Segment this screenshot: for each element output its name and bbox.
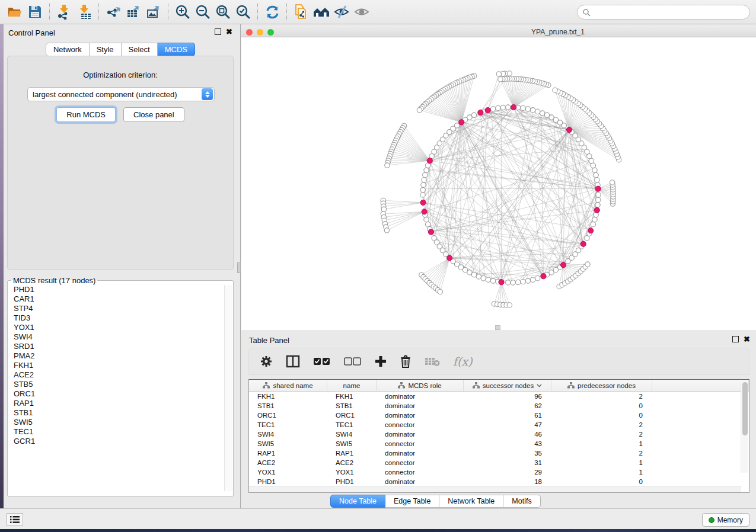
table-cell: connector: [377, 439, 464, 448]
tab-network-table[interactable]: Network Table: [439, 495, 503, 508]
show-graphics-details-button[interactable]: [311, 2, 331, 21]
table-cell: ACE2: [249, 458, 327, 467]
table-row[interactable]: ORC1ORC1dominator610: [249, 411, 749, 420]
export-table-button[interactable]: [123, 2, 143, 21]
add-column-button[interactable]: [375, 355, 387, 367]
table-row[interactable]: RAP1RAP1dominator352: [249, 448, 749, 458]
splitter-handle[interactable]: [237, 262, 241, 273]
tab-edge-table[interactable]: Edge Table: [385, 495, 439, 508]
list-item[interactable]: STB1: [8, 408, 222, 418]
export-image-button[interactable]: [143, 2, 164, 21]
table-row[interactable]: YOX1YOX1connector291: [249, 467, 749, 477]
export-network-icon: [106, 4, 121, 20]
tab-network[interactable]: Network: [46, 43, 90, 56]
deselect-all-button[interactable]: [344, 357, 362, 366]
list-item[interactable]: GCR1: [8, 437, 222, 446]
search-field[interactable]: [577, 5, 750, 20]
tab-node-table[interactable]: Node Table: [330, 495, 385, 508]
tab-select[interactable]: Select: [122, 43, 158, 56]
zoom-fit-button[interactable]: [213, 2, 233, 21]
list-item[interactable]: SWI4: [8, 332, 222, 342]
table-cell: PHD1: [249, 477, 327, 485]
import-table-button[interactable]: [74, 2, 94, 21]
list-item[interactable]: TEC1: [8, 427, 222, 437]
column-header-MCDS-role[interactable]: MCDS role: [377, 380, 464, 391]
export-network-button[interactable]: [103, 2, 123, 21]
table-horizontal-scrollbar[interactable]: [249, 486, 741, 492]
table-row[interactable]: SWI5SWI5connector431: [249, 439, 749, 448]
list-item[interactable]: ACE2: [8, 370, 222, 380]
zoom-out-button[interactable]: [193, 2, 213, 21]
table-row[interactable]: STB1STB1dominator620: [249, 401, 749, 411]
list-item[interactable]: SRD1: [8, 342, 222, 351]
maximize-window-icon[interactable]: [267, 29, 274, 36]
zoom-selected-button[interactable]: [233, 2, 253, 21]
list-item[interactable]: FKH1: [8, 361, 222, 370]
plus-icon: [375, 355, 387, 367]
zoom-in-button[interactable]: [173, 2, 193, 21]
network-window-titlebar[interactable]: YPA_prune.txt_1: [241, 26, 756, 37]
split-panel-button[interactable]: [286, 355, 300, 368]
close-window-icon[interactable]: [246, 29, 253, 36]
column-header-name[interactable]: name: [327, 380, 377, 391]
list-item[interactable]: PHD1: [8, 285, 222, 294]
table-cell: 2: [551, 392, 652, 401]
float-panel-icon[interactable]: [215, 28, 221, 35]
table-vertical-scrollbar[interactable]: [741, 382, 748, 473]
list-item[interactable]: CAR1: [8, 294, 222, 304]
scrollbar-thumb[interactable]: [742, 382, 748, 435]
column-header-successor-nodes[interactable]: successor nodes: [464, 380, 551, 391]
mcds-result-list[interactable]: PHD1CAR1STP4TID3YOX1SWI4SRD1PMA2FKH1ACE2…: [8, 285, 222, 491]
close-panel-button[interactable]: Close panel: [123, 107, 184, 122]
status-bar: Memory: [0, 508, 756, 529]
table-cell: YOX1: [327, 467, 377, 477]
list-item[interactable]: ORC1: [8, 389, 222, 399]
optimization-criterion-dropdown[interactable]: largest connected component (undirected): [27, 87, 215, 101]
column-header-shared-name[interactable]: shared name: [249, 380, 327, 391]
table-row[interactable]: PHD1PHD1dominator180: [249, 477, 749, 485]
tab-style[interactable]: Style: [90, 43, 122, 56]
network-resize-handle[interactable]: [495, 325, 500, 330]
list-item[interactable]: RAP1: [8, 399, 222, 408]
panel-splitter-vertical[interactable]: [237, 24, 241, 508]
hierarchy-icon: [567, 382, 575, 389]
tab-motifs[interactable]: Motifs: [503, 495, 540, 508]
table-row[interactable]: FKH1FKH1dominator962: [249, 392, 749, 401]
network-canvas[interactable]: [241, 37, 756, 330]
hide-selected-button[interactable]: [331, 2, 352, 21]
list-item[interactable]: YOX1: [8, 323, 222, 332]
table-row[interactable]: TEC1TEC1connector472: [249, 420, 749, 430]
table-row[interactable]: SWI4SWI4dominator462: [249, 430, 749, 439]
list-item[interactable]: STB5: [8, 380, 222, 389]
tab-mcds[interactable]: MCDS: [158, 43, 195, 56]
show-selected-button[interactable]: [352, 2, 372, 21]
column-header-predecessor-nodes[interactable]: predecessor nodes: [551, 380, 652, 391]
list-item[interactable]: STP4: [8, 304, 222, 313]
close-panel-icon[interactable]: ✖: [226, 28, 232, 35]
select-all-button[interactable]: [313, 357, 331, 366]
eye-icon: [354, 5, 369, 19]
float-panel-icon[interactable]: [732, 336, 739, 342]
open-button[interactable]: [5, 2, 25, 21]
fx-label: f(x): [453, 355, 473, 368]
close-panel-icon[interactable]: ✖: [744, 336, 750, 342]
mcds-list-scrollbar[interactable]: [224, 285, 232, 491]
table-cell: dominator: [377, 401, 464, 411]
search-input[interactable]: [591, 7, 749, 18]
new-network-from-selection-button[interactable]: [291, 2, 311, 21]
list-item[interactable]: SWI5: [8, 418, 222, 427]
list-item[interactable]: TID3: [8, 313, 222, 323]
network-graph[interactable]: [241, 37, 756, 330]
run-mcds-button[interactable]: Run MCDS: [56, 107, 116, 122]
list-item[interactable]: PMA2: [8, 351, 222, 361]
table-header-row[interactable]: shared namenameMCDS rolesuccessor nodesp…: [249, 380, 749, 392]
minimize-window-icon[interactable]: [257, 29, 263, 36]
refresh-button[interactable]: [262, 2, 282, 21]
table-row[interactable]: ACE2ACE2connector311: [249, 458, 749, 467]
memory-button[interactable]: Memory: [702, 513, 749, 527]
table-settings-button[interactable]: [260, 355, 273, 368]
delete-column-button[interactable]: [400, 355, 412, 368]
import-network-button[interactable]: [54, 2, 74, 21]
task-history-button[interactable]: [7, 513, 23, 526]
save-button[interactable]: [25, 2, 45, 21]
